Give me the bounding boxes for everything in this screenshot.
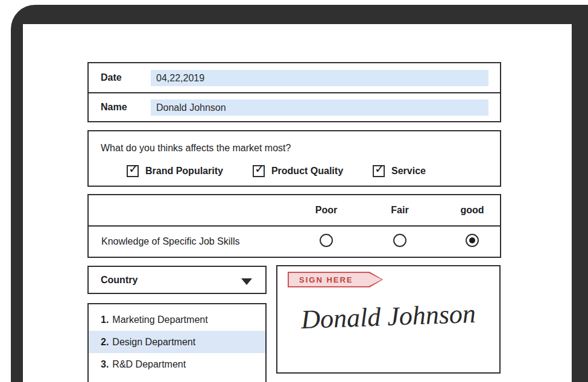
sign-here-label: SIGN HERE: [289, 273, 382, 286]
rating-row-label: Knowledge of Specific Job Skills: [101, 236, 239, 247]
rating-header: Poor Fair good: [89, 195, 500, 227]
option-product-quality[interactable]: ✓ Product Quality: [253, 165, 343, 177]
list-item-marketing[interactable]: 1. Marketing Department: [89, 308, 265, 331]
checkmark-icon: ✓: [254, 163, 265, 175]
name-label: Name: [89, 102, 151, 113]
rating-table: Poor Fair good Knowledge of Specific Job…: [87, 194, 501, 258]
list-item-number: 1.: [101, 315, 109, 325]
date-input[interactable]: 04,22,2019: [151, 70, 488, 86]
option-brand-popularity[interactable]: ✓ Brand Popularity: [127, 165, 223, 177]
name-input[interactable]: Donald Johnson: [151, 99, 488, 116]
signature-text: Donald Johnson: [277, 298, 500, 336]
radio-fair[interactable]: [393, 234, 406, 247]
option-label: Service: [391, 166, 426, 177]
radio-good[interactable]: [466, 234, 479, 247]
name-row: Name Donald Johnson: [89, 92, 500, 121]
list-item-number: 3.: [101, 359, 109, 370]
option-label: Brand Popularity: [145, 166, 223, 177]
date-label: Date: [89, 72, 151, 83]
list-item-rnd[interactable]: 3. R&D Department: [89, 353, 265, 375]
country-dropdown-label: Country: [101, 275, 138, 286]
checkbox-service[interactable]: ✓: [373, 165, 385, 177]
rating-column-poor: Poor: [299, 205, 353, 216]
radio-poor[interactable]: [320, 234, 333, 247]
list-item-label: Design Department: [112, 337, 195, 348]
market-question-text: What do you thinks affects the market mo…: [101, 143, 291, 154]
departments-list: 1. Marketing Department 2. Design Depart…: [87, 303, 267, 382]
rating-column-fair: Fair: [373, 205, 427, 216]
date-name-box: Date 04,22,2019 Name Donald Johnson: [87, 62, 501, 122]
list-item-design[interactable]: 2. Design Department: [89, 331, 265, 353]
sign-here-tag[interactable]: SIGN HERE: [288, 272, 383, 287]
list-item-label: Marketing Department: [112, 315, 207, 325]
checkbox-product-quality[interactable]: ✓: [253, 165, 265, 177]
checkmark-icon: ✓: [128, 163, 139, 175]
rating-column-good: good: [445, 205, 499, 216]
checkmark-icon: ✓: [375, 163, 385, 175]
country-dropdown[interactable]: Country: [87, 266, 267, 294]
screenshot-canvas: Date 04,22,2019 Name Donald Johnson What…: [0, 0, 588, 382]
checkbox-brand-popularity[interactable]: ✓: [127, 165, 139, 177]
date-row: Date 04,22,2019: [89, 63, 500, 92]
list-item-number: 2.: [101, 337, 109, 348]
list-item-label: R&D Department: [112, 359, 186, 370]
market-options-row: ✓ Brand Popularity ✓ Product Quality ✓ S…: [127, 165, 426, 177]
market-question-box: What do you thinks affects the market mo…: [87, 130, 501, 187]
signature-area[interactable]: SIGN HERE Donald Johnson: [276, 265, 501, 374]
option-label: Product Quality: [271, 166, 343, 177]
option-service[interactable]: ✓ Service: [373, 165, 426, 177]
chevron-down-icon: [241, 278, 252, 285]
